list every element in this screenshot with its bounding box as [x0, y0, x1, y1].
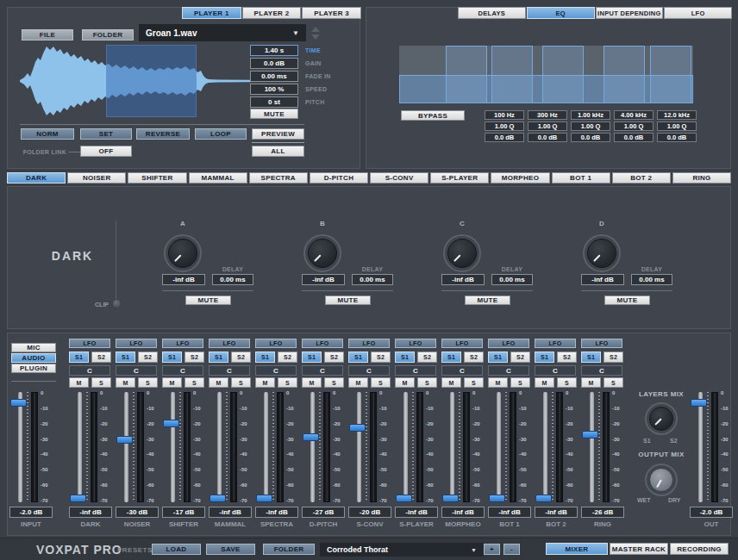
spectra-level-value[interactable]: -inf dB: [255, 507, 298, 518]
output-mix-knob[interactable]: [645, 464, 678, 496]
eq-band-5-q[interactable]: 1.00 Q: [657, 121, 697, 131]
bot-2-level-value[interactable]: -inf dB: [535, 507, 578, 518]
tab-spectra[interactable]: SPECTRA: [249, 172, 308, 184]
bot-1-solo-button[interactable]: S: [510, 377, 530, 388]
view-tab-recording[interactable]: RECORDING: [670, 543, 729, 555]
s-player-level-value[interactable]: -inf dB: [395, 507, 438, 518]
slot-b-level-value[interactable]: -inf dB: [302, 274, 345, 285]
bot-1-mute-button[interactable]: M: [488, 377, 508, 388]
shifter-fader-handle[interactable]: [163, 420, 179, 427]
shifter-s2-button[interactable]: S2: [184, 352, 204, 363]
morpheo-s2-button[interactable]: S2: [464, 352, 484, 363]
d-pitch-level-value[interactable]: -27 dB: [302, 507, 345, 518]
slot-d-delay-value[interactable]: 0.00 ms: [631, 274, 672, 285]
eq-band-5-freq[interactable]: 12.0 kHz: [657, 110, 697, 120]
eq-band-5[interactable]: [650, 46, 691, 103]
eq-band-3-freq[interactable]: 1.00 kHz: [571, 110, 610, 120]
file-prev-arrow-icon[interactable]: [311, 27, 320, 32]
spectra-mute-button[interactable]: M: [255, 377, 275, 388]
reverse-button[interactable]: REVERSE: [136, 128, 190, 140]
shifter-mute-button[interactable]: M: [162, 377, 182, 388]
eq-band-1[interactable]: [446, 46, 487, 103]
tab-noiser[interactable]: NOISER: [67, 172, 126, 184]
morpheo-solo-button[interactable]: S: [464, 377, 484, 388]
waveform-selection[interactable]: [106, 45, 197, 117]
ring-s1-button[interactable]: S1: [581, 352, 601, 363]
s-conv-lfo-button[interactable]: LFO: [348, 339, 390, 348]
param-time-value[interactable]: 1.40 s: [250, 45, 298, 56]
noiser-solo-button[interactable]: S: [138, 377, 158, 388]
slot-c-delay-value[interactable]: 0.00 ms: [491, 274, 533, 285]
tab-mammal[interactable]: MAMMAL: [189, 172, 247, 184]
shifter-s1-button[interactable]: S1: [162, 352, 182, 363]
shifter-lfo-button[interactable]: LFO: [162, 339, 203, 348]
all-button[interactable]: ALL: [252, 146, 304, 157]
noiser-pan-box[interactable]: C: [116, 365, 157, 376]
ring-level-value[interactable]: -26 dB: [581, 507, 624, 518]
layers-mix-knob[interactable]: [645, 402, 678, 435]
eq-band-3-q[interactable]: 1.00 Q: [571, 121, 610, 131]
morpheo-pan-box[interactable]: C: [441, 365, 483, 376]
bot-2-fader-handle[interactable]: [535, 495, 552, 502]
preset-next-button[interactable]: +: [484, 544, 500, 555]
file-button[interactable]: FILE: [22, 29, 73, 40]
slot-d-level-value[interactable]: -inf dB: [581, 274, 624, 285]
eq-band-4[interactable]: [604, 46, 645, 103]
eq-band-2[interactable]: [491, 46, 533, 103]
tab-shifter[interactable]: SHIFTER: [128, 172, 186, 184]
tab-eq[interactable]: EQ: [527, 7, 595, 19]
ring-solo-button[interactable]: S: [604, 377, 623, 388]
param-fade-in-value[interactable]: 0.00 ms: [250, 71, 298, 82]
s-conv-mute-button[interactable]: M: [348, 377, 368, 388]
slot-b-delay-value[interactable]: 0.00 ms: [352, 274, 393, 285]
mammal-level-value[interactable]: -inf dB: [209, 507, 252, 518]
eq-band-3-gain[interactable]: 0.0 dB: [571, 133, 610, 142]
spectra-solo-button[interactable]: S: [278, 377, 297, 388]
noiser-mute-button[interactable]: M: [116, 377, 135, 388]
mammal-s1-button[interactable]: S1: [209, 352, 228, 363]
eq-band-1-gain[interactable]: 0.0 dB: [485, 133, 524, 142]
s-conv-s2-button[interactable]: S2: [371, 352, 391, 363]
dark-lfo-button[interactable]: LFO: [69, 339, 110, 348]
bot-1-fader-handle[interactable]: [489, 495, 505, 502]
file-select-dropdown[interactable]: Groan 1.wav ▼: [139, 24, 306, 41]
view-tab-master-rack[interactable]: MASTER RACK: [610, 543, 668, 555]
folder-preset-button[interactable]: FOLDER: [263, 544, 315, 555]
mammal-s2-button[interactable]: S2: [231, 352, 251, 363]
spectra-lfo-button[interactable]: LFO: [255, 339, 297, 348]
d-pitch-fader-handle[interactable]: [303, 433, 319, 441]
ring-pan-box[interactable]: C: [581, 365, 622, 376]
param-pitch-value[interactable]: 0 st: [250, 96, 298, 108]
input-fader-handle[interactable]: [10, 399, 27, 407]
tab-player-1[interactable]: PLAYER 1: [182, 7, 241, 19]
morpheo-mute-button[interactable]: M: [441, 377, 461, 388]
bot-2-pan-box[interactable]: C: [535, 365, 576, 376]
folder-link-toggle[interactable]: OFF: [80, 146, 132, 157]
slot-a-level-knob[interactable]: [164, 234, 202, 272]
s-player-s1-button[interactable]: S1: [395, 352, 415, 363]
tab-d-pitch[interactable]: D-PITCH: [310, 172, 368, 184]
bypass-button[interactable]: BYPASS: [401, 110, 465, 121]
tab-player-3[interactable]: PLAYER 3: [302, 7, 361, 19]
view-tab-mixer[interactable]: MIXER: [546, 543, 608, 555]
param-gain-value[interactable]: 0.0 dB: [250, 58, 298, 69]
slot-c-mute-button[interactable]: MUTE: [465, 296, 510, 305]
bot-1-level-value[interactable]: -inf dB: [488, 507, 531, 518]
morpheo-lfo-button[interactable]: LFO: [441, 339, 483, 348]
bot-1-lfo-button[interactable]: LFO: [488, 339, 529, 348]
dark-fader-handle[interactable]: [70, 495, 86, 502]
tab-lfo[interactable]: LFO: [664, 7, 732, 19]
out-level-value[interactable]: -2.0 dB: [690, 507, 733, 518]
noiser-s1-button[interactable]: S1: [116, 352, 135, 363]
slot-a-level-value[interactable]: -inf dB: [162, 274, 205, 285]
morpheo-s1-button[interactable]: S1: [441, 352, 461, 363]
ring-fader-handle[interactable]: [582, 431, 598, 439]
d-pitch-mute-button[interactable]: M: [302, 377, 322, 388]
load-preset-button[interactable]: LOAD: [152, 544, 201, 555]
eq-band-5-gain[interactable]: 0.0 dB: [657, 133, 697, 142]
bot-2-lfo-button[interactable]: LFO: [535, 339, 576, 348]
eq-band-1-q[interactable]: 1.00 Q: [485, 121, 524, 131]
eq-band-4-freq[interactable]: 4.00 kHz: [614, 110, 654, 120]
slot-c-level-value[interactable]: -inf dB: [441, 274, 485, 285]
s-conv-fader-handle[interactable]: [349, 424, 366, 432]
